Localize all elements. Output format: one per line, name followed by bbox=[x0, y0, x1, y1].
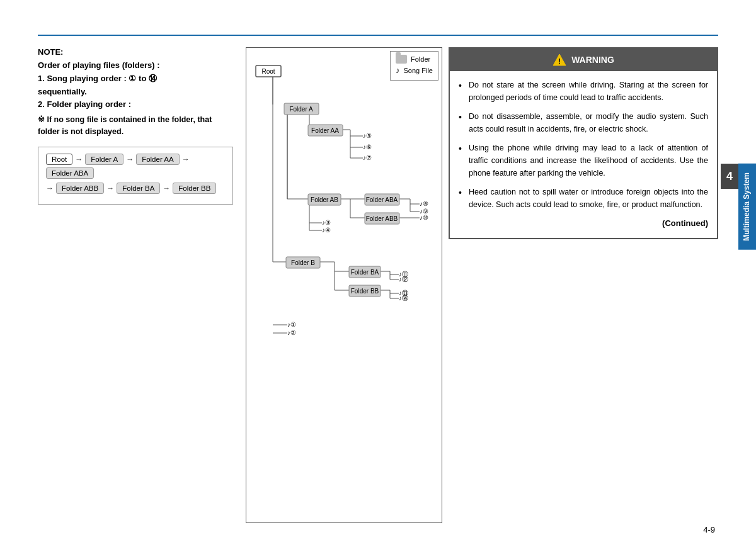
folder-aa-box: Folder AA bbox=[136, 154, 180, 165]
warning-item-1: Do not stare at the screen while driving… bbox=[459, 79, 708, 104]
folder-aba-box: Folder ABA bbox=[46, 167, 94, 179]
side-tab-label: Multimedia System bbox=[738, 164, 756, 250]
folder-ba-box: Folder BA bbox=[117, 183, 160, 194]
order-title: Order of playing files (folders) : bbox=[38, 59, 233, 72]
warning-title: WARNING bbox=[571, 55, 614, 65]
svg-text:♪⑧: ♪⑧ bbox=[420, 200, 428, 207]
tree-diagram-panel: Folder ♪ Song File bbox=[246, 47, 442, 523]
svg-text:Folder ABB: Folder ABB bbox=[366, 215, 398, 222]
svg-text:♪③: ♪③ bbox=[322, 219, 331, 226]
warning-triangle-icon: ! bbox=[553, 54, 566, 66]
warning-list: Do not stare at the screen while driving… bbox=[459, 79, 708, 211]
svg-text:Folder ABA: Folder ABA bbox=[366, 196, 398, 203]
top-divider bbox=[38, 35, 718, 36]
svg-text:♪⑫: ♪⑫ bbox=[399, 276, 408, 283]
svg-text:♪⑦: ♪⑦ bbox=[363, 154, 372, 161]
svg-text:♪②: ♪② bbox=[287, 329, 296, 336]
left-panel: NOTE: Order of playing files (folders) :… bbox=[38, 47, 246, 523]
arrow-4: → bbox=[46, 184, 54, 193]
page-number: 4-9 bbox=[703, 525, 715, 534]
svg-text:Folder A: Folder A bbox=[289, 106, 313, 113]
diagram-row-2: → Folder ABB → Folder BA → Folder BB bbox=[46, 183, 225, 194]
asterisk-note: ※ If no song file is contained in the fo… bbox=[38, 114, 233, 138]
root-box: Root bbox=[46, 154, 72, 165]
svg-text:Folder AB: Folder AB bbox=[311, 196, 338, 203]
svg-text:♪⑤: ♪⑤ bbox=[363, 132, 372, 139]
svg-text:Root: Root bbox=[261, 68, 275, 75]
note-label: NOTE: bbox=[38, 47, 233, 57]
svg-text:♪⑥: ♪⑥ bbox=[363, 144, 372, 150]
warning-item-2: Do not disassemble, assemble, or modify … bbox=[459, 110, 708, 135]
svg-text:♪①: ♪① bbox=[287, 321, 296, 328]
svg-text:Folder AA: Folder AA bbox=[311, 127, 339, 134]
svg-text:Folder B: Folder B bbox=[291, 259, 315, 266]
arrow-3: → bbox=[182, 155, 190, 164]
arrow-5: → bbox=[106, 184, 114, 193]
tree-svg: Root Folder A Folder AA ♪⑤ ♪⑥ ♪⑦ Folder … bbox=[253, 54, 435, 363]
folder-a-box: Folder A bbox=[85, 154, 123, 165]
warning-item-4: Heed caution not to spill water or intro… bbox=[459, 186, 708, 211]
svg-text:♪⑭: ♪⑭ bbox=[399, 295, 408, 302]
right-panel: ! WARNING Do not stare at the screen whi… bbox=[449, 47, 718, 523]
song-order: 1. Song playing order : ① to ⑭sequential… bbox=[38, 72, 233, 99]
warning-box: ! WARNING Do not stare at the screen whi… bbox=[449, 47, 718, 239]
svg-text:Folder BA: Folder BA bbox=[351, 269, 379, 276]
folder-order-diagram: Root → Folder A → Folder AA → Folder ABA… bbox=[38, 147, 233, 205]
arrow-2: → bbox=[126, 155, 134, 164]
chapter-number: 4 bbox=[721, 164, 738, 189]
arrow-1: → bbox=[75, 155, 83, 164]
svg-text:♪④: ♪④ bbox=[322, 227, 331, 234]
warning-body: Do not stare at the screen while driving… bbox=[450, 71, 717, 238]
arrow-6: → bbox=[163, 184, 170, 193]
song-order-text: 1. Song playing order : ① to ⑭sequential… bbox=[38, 74, 157, 96]
svg-text:!: ! bbox=[558, 57, 561, 66]
warning-header: ! WARNING bbox=[450, 48, 717, 71]
folder-order: 2. Folder playing order : bbox=[38, 98, 233, 111]
diagram-row-1: Root → Folder A → Folder AA → Folder ABA bbox=[46, 154, 225, 179]
svg-text:Folder BB: Folder BB bbox=[351, 288, 379, 295]
folder-bb-box: Folder BB bbox=[173, 183, 216, 194]
svg-text:♪⑩: ♪⑩ bbox=[420, 214, 428, 221]
warning-item-3: Using the phone while driving may lead t… bbox=[459, 142, 708, 179]
folder-abb-box: Folder ABB bbox=[56, 183, 104, 194]
main-content: NOTE: Order of playing files (folders) :… bbox=[38, 47, 718, 523]
continued-text: (Continued) bbox=[459, 217, 708, 230]
